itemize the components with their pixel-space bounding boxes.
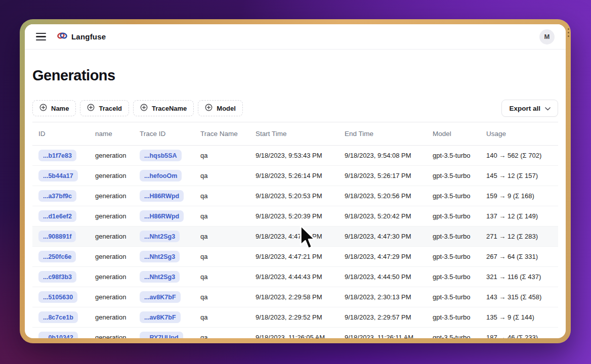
cell-usage: 137 → 12 (Σ 149) — [480, 212, 558, 220]
trace-id-badge[interactable]: ...H86RWpd — [140, 190, 184, 202]
cell-model: gpt-3.5-turbo — [427, 313, 480, 321]
cell-id: ...0b10342 — [32, 332, 89, 338]
table-row[interactable]: ...0b10342generation...RY7UUpdqa9/18/202… — [32, 328, 558, 338]
menu-icon[interactable] — [36, 31, 46, 42]
cell-id: ...a37bf9c — [32, 190, 89, 202]
cell-end: 9/18/2023, 5:20:56 PM — [339, 192, 427, 200]
cell-model: gpt-3.5-turbo — [427, 212, 480, 220]
filter-label: Name — [51, 105, 69, 112]
generation-id-badge[interactable]: ...908891f — [38, 231, 76, 243]
plus-circle-icon — [140, 104, 148, 113]
filter-button-traceid[interactable]: TraceId — [80, 100, 129, 116]
trace-id-badge[interactable]: ...H86RWpd — [140, 210, 184, 222]
main-content: Generations NameTraceIdTraceNameModel Ex… — [25, 66, 566, 338]
generation-id-badge[interactable]: ...5b44a17 — [38, 170, 78, 182]
cell-name: generation — [89, 334, 134, 338]
cell-trace-id: ...av8K7bF — [134, 291, 194, 303]
table-row[interactable]: ...5b44a17generation...hefooOmqa9/18/202… — [32, 166, 558, 186]
table-row[interactable]: ...d1e6ef2generation...H86RWpdqa9/18/202… — [32, 206, 558, 226]
brand-name: Langfuse — [71, 32, 106, 41]
cell-name: generation — [89, 192, 134, 200]
cell-end: 9/18/2023, 2:30:13 PM — [339, 293, 427, 301]
cell-trace-id: ...RY7UUpd — [134, 332, 194, 338]
column-header-trace-name: Trace Name — [194, 130, 249, 138]
export-all-label: Export all — [509, 105, 540, 112]
table-row[interactable]: ...c98f3b3generation...Nht2Sg3qa9/18/202… — [32, 267, 558, 287]
cell-model: gpt-3.5-turbo — [427, 192, 480, 200]
column-header-end-time: End Time — [339, 130, 427, 138]
cell-name: generation — [89, 253, 134, 260]
cell-trace-name: qa — [194, 172, 249, 179]
cell-trace-name: qa — [194, 253, 249, 260]
trace-id-badge[interactable]: ...Nht2Sg3 — [140, 231, 180, 243]
brand[interactable]: Langfuse — [57, 32, 106, 41]
cell-usage: 159 → 9 (Σ 168) — [480, 192, 558, 200]
cell-usage: 271 → 12 (Σ 283) — [480, 233, 558, 240]
cell-trace-id: ...H86RWpd — [134, 190, 194, 202]
table-row[interactable]: ...250fc6egeneration...Nht2Sg3qa9/18/202… — [32, 247, 558, 267]
cell-model: gpt-3.5-turbo — [427, 253, 480, 260]
generation-id-badge[interactable]: ...c98f3b3 — [38, 271, 76, 283]
cell-name: generation — [89, 212, 134, 220]
cell-model: gpt-3.5-turbo — [427, 172, 480, 179]
trace-id-badge[interactable]: ...av8K7bF — [140, 311, 181, 324]
cell-id: ...5105630 — [32, 291, 89, 303]
cell-trace-name: qa — [194, 212, 249, 220]
filter-button-tracename[interactable]: TraceName — [133, 100, 194, 116]
cell-start: 9/18/2023, 5:20:39 PM — [249, 212, 339, 220]
cell-name: generation — [89, 172, 134, 179]
filter-button-name[interactable]: Name — [32, 100, 76, 116]
cell-usage: 135 → 9 (Σ 144) — [480, 313, 558, 321]
cell-end: 9/18/2023, 5:20:42 PM — [339, 212, 427, 220]
trace-id-badge[interactable]: ...Nht2Sg3 — [140, 251, 180, 263]
export-all-button[interactable]: Export all — [501, 100, 558, 117]
generation-id-badge[interactable]: ...5105630 — [38, 291, 77, 303]
cell-trace-id: ...av8K7bF — [134, 311, 194, 324]
generations-table: IDnameTrace IDTrace NameStart TimeEnd Ti… — [32, 122, 558, 338]
plus-circle-icon — [205, 104, 213, 113]
filter-button-model[interactable]: Model — [198, 100, 243, 116]
trace-id-badge[interactable]: ...hqsb5SA — [140, 150, 182, 162]
cell-trace-name: qa — [194, 293, 249, 301]
table-row[interactable]: ...a37bf9cgeneration...H86RWpdqa9/18/202… — [32, 186, 558, 206]
table-row[interactable]: ...b1f7e83generation...hqsb5SAqa9/18/202… — [32, 146, 558, 166]
generation-id-badge[interactable]: ...8c7ce1b — [38, 311, 78, 324]
cell-usage: 267 → 64 (Σ 331) — [480, 253, 558, 260]
trace-id-badge[interactable]: ...RY7UUpd — [140, 332, 183, 338]
cell-end: 9/18/2023, 5:26:17 PM — [339, 172, 427, 179]
trace-id-badge[interactable]: ...Nht2Sg3 — [140, 271, 180, 283]
generation-id-badge[interactable]: ...250fc6e — [38, 251, 76, 263]
cell-start: 9/18/2023, 9:53:43 PM — [249, 152, 339, 159]
app-window-frame: Langfuse M Generations NameTraceIdTraceN… — [20, 19, 571, 343]
cell-trace-id: ...Nht2Sg3 — [134, 271, 194, 283]
cell-model: gpt-3.5-turbo — [427, 233, 480, 240]
generation-id-badge[interactable]: ...0b10342 — [38, 332, 78, 338]
filter-bar: NameTraceIdTraceNameModel — [32, 100, 243, 116]
cell-model: gpt-3.5-turbo — [427, 152, 480, 159]
cell-usage: 145 → 12 (Σ 157) — [480, 172, 558, 179]
generation-id-badge[interactable]: ...d1e6ef2 — [38, 210, 76, 222]
trace-id-badge[interactable]: ...hefooOm — [140, 170, 182, 182]
column-header-id: ID — [32, 130, 89, 138]
desktop-background: Langfuse M Generations NameTraceIdTraceN… — [0, 0, 591, 364]
generation-id-badge[interactable]: ...a37bf9c — [38, 190, 76, 202]
trace-id-badge[interactable]: ...av8K7bF — [140, 291, 181, 303]
table-header-row: IDnameTrace IDTrace NameStart TimeEnd Ti… — [32, 122, 558, 146]
cell-trace-id: ...hqsb5SA — [134, 150, 194, 162]
cell-trace-name: qa — [194, 233, 249, 240]
cell-trace-id: ...H86RWpd — [134, 210, 194, 222]
cell-trace-name: qa — [194, 192, 249, 200]
cell-model: gpt-3.5-turbo — [427, 293, 480, 301]
langfuse-knot-logo-icon — [57, 32, 67, 41]
plus-circle-icon — [39, 104, 47, 113]
cell-name: generation — [89, 273, 134, 281]
page-title: Generations — [32, 66, 558, 84]
table-row[interactable]: ...908891fgeneration...Nht2Sg3qa9/18/202… — [32, 226, 558, 247]
table-row[interactable]: ...8c7ce1bgeneration...av8K7bFqa9/18/202… — [32, 307, 558, 328]
generation-id-badge[interactable]: ...b1f7e83 — [38, 150, 76, 162]
user-avatar[interactable]: M — [539, 29, 555, 44]
cell-model: gpt-3.5-turbo — [427, 273, 480, 281]
column-header-model: Model — [427, 130, 480, 138]
table-row[interactable]: ...5105630generation...av8K7bFqa9/18/202… — [32, 287, 558, 307]
cell-trace-name: qa — [194, 273, 249, 281]
